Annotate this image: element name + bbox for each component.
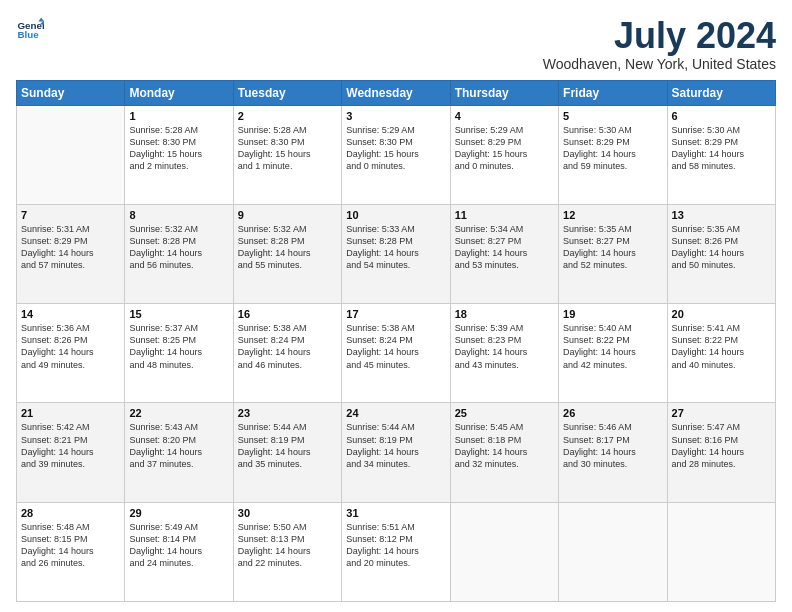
day-info: Sunrise: 5:30 AM Sunset: 8:29 PM Dayligh… bbox=[672, 124, 771, 173]
table-row: 11Sunrise: 5:34 AM Sunset: 8:27 PM Dayli… bbox=[450, 204, 558, 303]
day-info: Sunrise: 5:49 AM Sunset: 8:14 PM Dayligh… bbox=[129, 521, 228, 570]
day-info: Sunrise: 5:40 AM Sunset: 8:22 PM Dayligh… bbox=[563, 322, 662, 371]
table-row: 20Sunrise: 5:41 AM Sunset: 8:22 PM Dayli… bbox=[667, 304, 775, 403]
day-number: 21 bbox=[21, 407, 120, 419]
col-thursday: Thursday bbox=[450, 80, 558, 105]
table-row: 28Sunrise: 5:48 AM Sunset: 8:15 PM Dayli… bbox=[17, 502, 125, 601]
day-number: 18 bbox=[455, 308, 554, 320]
day-number: 3 bbox=[346, 110, 445, 122]
day-info: Sunrise: 5:38 AM Sunset: 8:24 PM Dayligh… bbox=[238, 322, 337, 371]
day-number: 9 bbox=[238, 209, 337, 221]
col-sunday: Sunday bbox=[17, 80, 125, 105]
table-row: 10Sunrise: 5:33 AM Sunset: 8:28 PM Dayli… bbox=[342, 204, 450, 303]
day-info: Sunrise: 5:29 AM Sunset: 8:30 PM Dayligh… bbox=[346, 124, 445, 173]
day-info: Sunrise: 5:44 AM Sunset: 8:19 PM Dayligh… bbox=[238, 421, 337, 470]
main-title: July 2024 bbox=[543, 16, 776, 56]
day-number: 7 bbox=[21, 209, 120, 221]
day-info: Sunrise: 5:39 AM Sunset: 8:23 PM Dayligh… bbox=[455, 322, 554, 371]
day-number: 16 bbox=[238, 308, 337, 320]
day-info: Sunrise: 5:38 AM Sunset: 8:24 PM Dayligh… bbox=[346, 322, 445, 371]
day-info: Sunrise: 5:43 AM Sunset: 8:20 PM Dayligh… bbox=[129, 421, 228, 470]
day-info: Sunrise: 5:30 AM Sunset: 8:29 PM Dayligh… bbox=[563, 124, 662, 173]
day-number: 25 bbox=[455, 407, 554, 419]
day-number: 24 bbox=[346, 407, 445, 419]
calendar-header-row: Sunday Monday Tuesday Wednesday Thursday… bbox=[17, 80, 776, 105]
table-row bbox=[450, 502, 558, 601]
day-number: 1 bbox=[129, 110, 228, 122]
day-info: Sunrise: 5:35 AM Sunset: 8:27 PM Dayligh… bbox=[563, 223, 662, 272]
table-row: 16Sunrise: 5:38 AM Sunset: 8:24 PM Dayli… bbox=[233, 304, 341, 403]
table-row bbox=[17, 105, 125, 204]
col-wednesday: Wednesday bbox=[342, 80, 450, 105]
col-tuesday: Tuesday bbox=[233, 80, 341, 105]
table-row: 9Sunrise: 5:32 AM Sunset: 8:28 PM Daylig… bbox=[233, 204, 341, 303]
table-row: 5Sunrise: 5:30 AM Sunset: 8:29 PM Daylig… bbox=[559, 105, 667, 204]
day-info: Sunrise: 5:35 AM Sunset: 8:26 PM Dayligh… bbox=[672, 223, 771, 272]
calendar-table: Sunday Monday Tuesday Wednesday Thursday… bbox=[16, 80, 776, 602]
table-row: 18Sunrise: 5:39 AM Sunset: 8:23 PM Dayli… bbox=[450, 304, 558, 403]
table-row: 8Sunrise: 5:32 AM Sunset: 8:28 PM Daylig… bbox=[125, 204, 233, 303]
table-row: 19Sunrise: 5:40 AM Sunset: 8:22 PM Dayli… bbox=[559, 304, 667, 403]
day-info: Sunrise: 5:33 AM Sunset: 8:28 PM Dayligh… bbox=[346, 223, 445, 272]
header: General Blue July 2024 Woodhaven, New Yo… bbox=[16, 16, 776, 72]
table-row: 24Sunrise: 5:44 AM Sunset: 8:19 PM Dayli… bbox=[342, 403, 450, 502]
day-number: 8 bbox=[129, 209, 228, 221]
day-number: 29 bbox=[129, 507, 228, 519]
svg-text:Blue: Blue bbox=[17, 29, 39, 40]
logo: General Blue bbox=[16, 16, 44, 44]
day-number: 26 bbox=[563, 407, 662, 419]
day-info: Sunrise: 5:41 AM Sunset: 8:22 PM Dayligh… bbox=[672, 322, 771, 371]
col-friday: Friday bbox=[559, 80, 667, 105]
day-info: Sunrise: 5:37 AM Sunset: 8:25 PM Dayligh… bbox=[129, 322, 228, 371]
calendar-week-row: 7Sunrise: 5:31 AM Sunset: 8:29 PM Daylig… bbox=[17, 204, 776, 303]
table-row: 27Sunrise: 5:47 AM Sunset: 8:16 PM Dayli… bbox=[667, 403, 775, 502]
day-number: 11 bbox=[455, 209, 554, 221]
table-row bbox=[667, 502, 775, 601]
day-info: Sunrise: 5:32 AM Sunset: 8:28 PM Dayligh… bbox=[238, 223, 337, 272]
day-number: 6 bbox=[672, 110, 771, 122]
day-number: 13 bbox=[672, 209, 771, 221]
table-row: 14Sunrise: 5:36 AM Sunset: 8:26 PM Dayli… bbox=[17, 304, 125, 403]
table-row: 3Sunrise: 5:29 AM Sunset: 8:30 PM Daylig… bbox=[342, 105, 450, 204]
day-number: 10 bbox=[346, 209, 445, 221]
day-number: 5 bbox=[563, 110, 662, 122]
calendar-week-row: 14Sunrise: 5:36 AM Sunset: 8:26 PM Dayli… bbox=[17, 304, 776, 403]
day-info: Sunrise: 5:51 AM Sunset: 8:12 PM Dayligh… bbox=[346, 521, 445, 570]
calendar-week-row: 28Sunrise: 5:48 AM Sunset: 8:15 PM Dayli… bbox=[17, 502, 776, 601]
table-row bbox=[559, 502, 667, 601]
subtitle: Woodhaven, New York, United States bbox=[543, 56, 776, 72]
table-row: 29Sunrise: 5:49 AM Sunset: 8:14 PM Dayli… bbox=[125, 502, 233, 601]
table-row: 25Sunrise: 5:45 AM Sunset: 8:18 PM Dayli… bbox=[450, 403, 558, 502]
day-number: 4 bbox=[455, 110, 554, 122]
page: General Blue July 2024 Woodhaven, New Yo… bbox=[0, 0, 792, 612]
day-number: 2 bbox=[238, 110, 337, 122]
title-block: July 2024 Woodhaven, New York, United St… bbox=[543, 16, 776, 72]
day-info: Sunrise: 5:28 AM Sunset: 8:30 PM Dayligh… bbox=[129, 124, 228, 173]
day-info: Sunrise: 5:50 AM Sunset: 8:13 PM Dayligh… bbox=[238, 521, 337, 570]
col-monday: Monday bbox=[125, 80, 233, 105]
col-saturday: Saturday bbox=[667, 80, 775, 105]
day-number: 20 bbox=[672, 308, 771, 320]
day-number: 31 bbox=[346, 507, 445, 519]
day-info: Sunrise: 5:36 AM Sunset: 8:26 PM Dayligh… bbox=[21, 322, 120, 371]
day-number: 27 bbox=[672, 407, 771, 419]
day-info: Sunrise: 5:29 AM Sunset: 8:29 PM Dayligh… bbox=[455, 124, 554, 173]
day-info: Sunrise: 5:46 AM Sunset: 8:17 PM Dayligh… bbox=[563, 421, 662, 470]
table-row: 13Sunrise: 5:35 AM Sunset: 8:26 PM Dayli… bbox=[667, 204, 775, 303]
logo-icon: General Blue bbox=[16, 16, 44, 44]
table-row: 17Sunrise: 5:38 AM Sunset: 8:24 PM Dayli… bbox=[342, 304, 450, 403]
day-number: 22 bbox=[129, 407, 228, 419]
day-number: 12 bbox=[563, 209, 662, 221]
day-info: Sunrise: 5:34 AM Sunset: 8:27 PM Dayligh… bbox=[455, 223, 554, 272]
day-number: 30 bbox=[238, 507, 337, 519]
table-row: 12Sunrise: 5:35 AM Sunset: 8:27 PM Dayli… bbox=[559, 204, 667, 303]
day-info: Sunrise: 5:48 AM Sunset: 8:15 PM Dayligh… bbox=[21, 521, 120, 570]
table-row: 6Sunrise: 5:30 AM Sunset: 8:29 PM Daylig… bbox=[667, 105, 775, 204]
table-row: 7Sunrise: 5:31 AM Sunset: 8:29 PM Daylig… bbox=[17, 204, 125, 303]
day-number: 28 bbox=[21, 507, 120, 519]
day-number: 23 bbox=[238, 407, 337, 419]
table-row: 30Sunrise: 5:50 AM Sunset: 8:13 PM Dayli… bbox=[233, 502, 341, 601]
day-info: Sunrise: 5:28 AM Sunset: 8:30 PM Dayligh… bbox=[238, 124, 337, 173]
day-info: Sunrise: 5:44 AM Sunset: 8:19 PM Dayligh… bbox=[346, 421, 445, 470]
calendar-week-row: 21Sunrise: 5:42 AM Sunset: 8:21 PM Dayli… bbox=[17, 403, 776, 502]
